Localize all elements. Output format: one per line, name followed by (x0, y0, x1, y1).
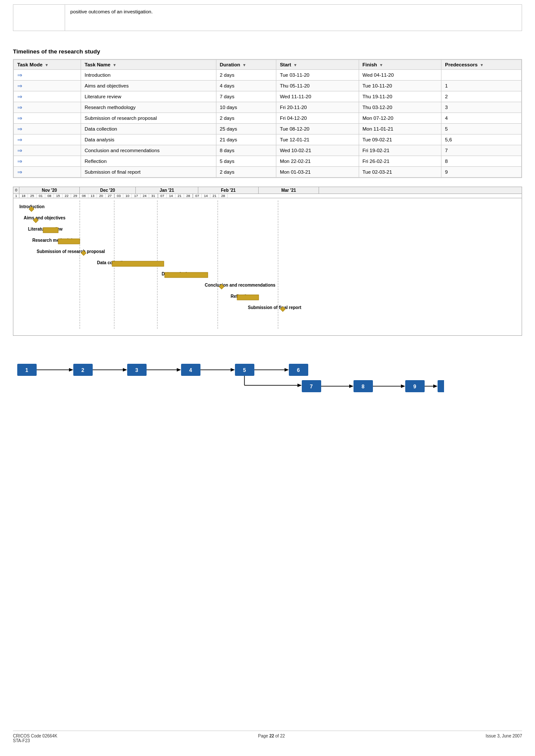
cell-predecessors: 3 (441, 102, 522, 113)
sta-code: STA-F23 (13, 738, 57, 743)
cell-predecessors: 2 (441, 91, 522, 102)
gantt-month-header: 0 Nov '20 Dec '20 Jan '21 Feb '21 Mar '2… (13, 187, 522, 194)
cell-predecessors: 9 (441, 167, 522, 178)
svg-text:Submission of final report: Submission of final report (248, 305, 302, 310)
cell-task-name: Data collection (81, 124, 216, 134)
cell-finish: Tue 10-11-20 (359, 81, 441, 91)
table-row: ⇒ Data analysis 21 days Tue 12-01-21 Tue… (14, 134, 522, 145)
svg-text:9: 9 (413, 384, 416, 390)
svg-marker-40 (231, 368, 235, 372)
svg-rect-12 (58, 239, 80, 244)
cell-start: Tue 08-12-20 (276, 124, 359, 134)
cell-finish: Mon 11-01-21 (359, 124, 441, 134)
footer-center: Page 22 of 22 (258, 734, 285, 743)
svg-text:7: 7 (310, 384, 313, 390)
cell-duration: 25 days (216, 124, 276, 134)
cell-task-name: Research methodology (81, 102, 216, 113)
cell-start: Wed 11-11-20 (276, 91, 359, 102)
cell-predecessors: 4 (441, 113, 522, 124)
table-row: ⇒ Conclusion and recommendations 8 days … (14, 145, 522, 156)
cell-start: Fri 20-11-20 (276, 102, 359, 113)
svg-rect-22 (237, 295, 259, 300)
svg-rect-62 (438, 380, 444, 392)
svg-text:4: 4 (189, 367, 192, 373)
cell-finish: Fri 26-02-21 (359, 156, 441, 167)
table-row: ⇒ Introduction 2 days Tue 03-11-20 Wed 0… (14, 70, 522, 81)
cell-duration: 2 days (216, 167, 276, 178)
section-title: Timelines of the research study (13, 48, 522, 55)
table-row: ⇒ Reflection 5 days Mon 22-02-21 Fri 26-… (14, 156, 522, 167)
cell-predecessors: 8 (441, 156, 522, 167)
svg-text:Submission of research proposa: Submission of research proposal (37, 249, 105, 254)
svg-text:Conclusion and recommendations: Conclusion and recommendations (205, 283, 275, 287)
th-finish: Finish ▼ (359, 60, 441, 70)
gantt-table-wrapper: Task Mode ▼ Task Name ▼ Duration ▼ Start… (13, 59, 522, 178)
gantt-month-nov20: Nov '20 (19, 187, 80, 194)
svg-marker-28 (69, 368, 73, 372)
svg-rect-16 (112, 261, 164, 266)
table-row: ⇒ Submission of final report 2 days Mon … (14, 167, 522, 178)
cell-start: Tue 03-11-20 (276, 70, 359, 81)
footer-left: CRICOS Code 02664K STA-F23 (13, 734, 57, 743)
svg-rect-18 (165, 272, 208, 278)
cell-task-mode: ⇒ (14, 113, 81, 124)
cell-predecessors: 5,6 (441, 134, 522, 145)
cell-task-mode: ⇒ (14, 124, 81, 134)
gantt-month-feb21: Feb '21 (198, 187, 259, 194)
cell-task-mode: ⇒ (14, 70, 81, 81)
cell-finish: Thu 03-12-20 (359, 102, 441, 113)
gantt-dates-header: 1 18 25 01 08 15 22 29 06 13 20 27 (13, 194, 522, 198)
th-duration: Duration ▼ (216, 60, 276, 70)
cell-duration: 10 days (216, 102, 276, 113)
footer: CRICOS Code 02664K STA-F23 Page 22 of 22… (13, 731, 522, 743)
cell-start: Thu 05-11-20 (276, 81, 359, 91)
cell-duration: 5 days (216, 156, 276, 167)
svg-text:5: 5 (243, 367, 246, 373)
page-number: 22 (269, 734, 274, 738)
table-row: ⇒ Research methodology 10 days Fri 20-11… (14, 102, 522, 113)
table-header-row: Task Mode ▼ Task Name ▼ Duration ▼ Start… (14, 60, 522, 70)
svg-text:1: 1 (25, 367, 28, 373)
cell-task-name: Introduction (81, 70, 216, 81)
cell-finish: Wed 04-11-20 (359, 70, 441, 81)
table-row: ⇒ Data collection 25 days Tue 08-12-20 M… (14, 124, 522, 134)
cell-task-name: Data analysis (81, 134, 216, 145)
cricos-code: CRICOS Code 02664K (13, 734, 57, 738)
cell-task-mode: ⇒ (14, 91, 81, 102)
svg-marker-36 (177, 368, 181, 372)
gantt-dates-row: 18 25 01 08 15 22 29 06 13 20 27 03 (19, 194, 522, 198)
cell-duration: 4 days (216, 81, 276, 91)
gantt-bars-body: Introduction Aims and objectives Literat… (13, 198, 522, 335)
gantt-bars-svg: Introduction Aims and objectives Literat… (19, 200, 423, 330)
gantt-chart: 0 Nov '20 Dec '20 Jan '21 Feb '21 Mar '2… (13, 187, 522, 336)
cell-start: Mon 01-03-21 (276, 167, 359, 178)
svg-rect-10 (43, 228, 58, 233)
svg-text:3: 3 (135, 367, 138, 373)
gantt-col-num: 0 (13, 187, 19, 194)
svg-marker-32 (123, 368, 127, 372)
cell-predecessors: 5 (441, 124, 522, 134)
network-diagram: 1 2 3 4 5 6 7 (13, 342, 522, 398)
svg-marker-49 (297, 384, 302, 387)
table-row: ⇒ Aims and objectives 4 days Thu 05-11-2… (14, 81, 522, 91)
cell-task-name: Reflection (81, 156, 216, 167)
cell-duration: 8 days (216, 145, 276, 156)
top-table-left-cell (13, 5, 65, 31)
cell-task-name: Literature review (81, 91, 216, 102)
cell-predecessors: 7 (441, 145, 522, 156)
cell-task-name: Submission of final report (81, 167, 216, 178)
gantt-date-0: 1 (13, 194, 19, 198)
gantt-month-dec20: Dec '20 (80, 187, 136, 194)
cell-task-name: Conclusion and recommendations (81, 145, 216, 156)
cell-predecessors (441, 70, 522, 81)
th-predecessors: Predecessors ▼ (441, 60, 522, 70)
top-partial-table: positive outcomes of an investigation. (13, 4, 522, 31)
cell-task-mode: ⇒ (14, 134, 81, 145)
network-diagram-svg: 1 2 3 4 5 6 7 (13, 342, 444, 398)
cell-finish: Fri 19-02-21 (359, 145, 441, 156)
cell-task-name: Submission of research proposal (81, 113, 216, 124)
svg-marker-53 (349, 384, 354, 388)
cell-task-mode: ⇒ (14, 81, 81, 91)
gantt-month-mar21: Mar '21 (259, 187, 319, 194)
cell-duration: 7 days (216, 91, 276, 102)
